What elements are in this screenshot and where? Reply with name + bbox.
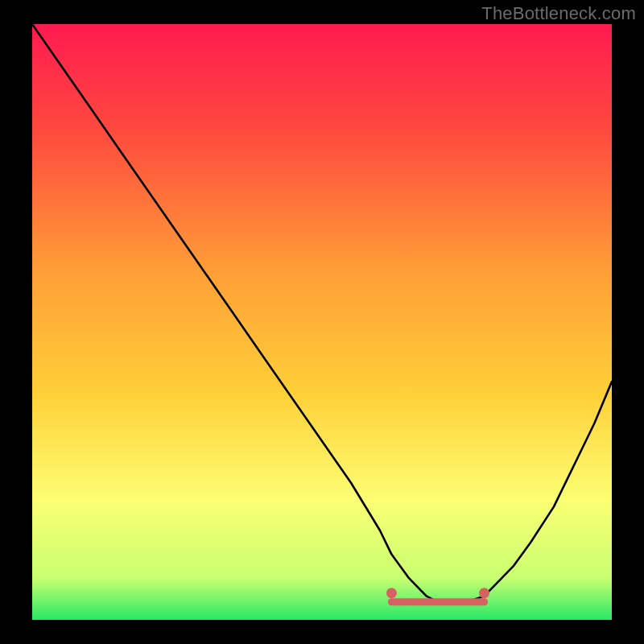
bottleneck-chart xyxy=(32,24,612,620)
gradient-background xyxy=(32,24,612,620)
plot-area xyxy=(32,24,612,620)
chart-frame: TheBottleneck.com xyxy=(0,0,644,644)
optimal-marker-right xyxy=(479,588,489,598)
watermark-text: TheBottleneck.com xyxy=(481,3,636,24)
optimal-marker-left xyxy=(386,588,397,598)
